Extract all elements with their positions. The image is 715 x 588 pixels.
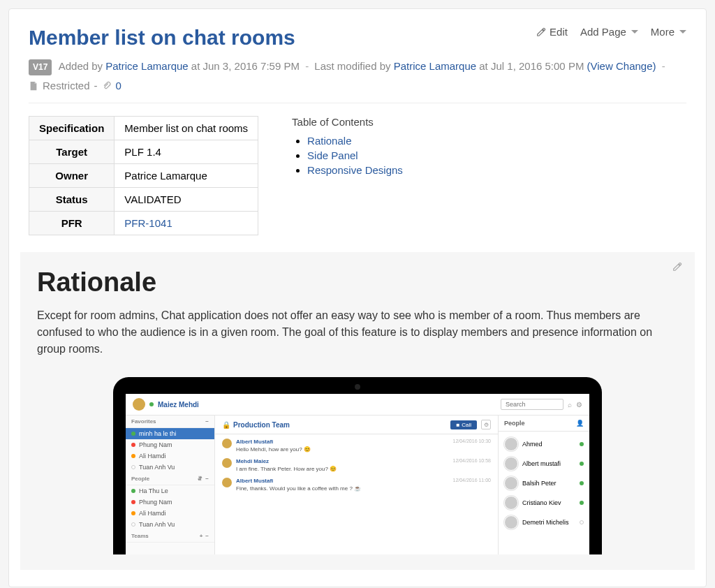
spec-value: Member list on chat rooms (115, 117, 258, 140)
more-action[interactable]: More (651, 26, 686, 38)
avatar (222, 478, 232, 487)
toc-item: Responsive Designs (307, 164, 403, 176)
people-item[interactable]: Ahmed (504, 434, 584, 454)
presence-dot (131, 443, 135, 447)
presence-dot (131, 454, 135, 458)
toc-link[interactable]: Side Panel (307, 149, 358, 161)
table-row: PFRPFR-1041 (29, 212, 258, 235)
avatar (222, 439, 232, 448)
people-item[interactable]: Demetri Michelis (504, 513, 584, 532)
author-link[interactable]: Patrice Lamarque (105, 60, 188, 72)
collapse-icon[interactable]: − (205, 533, 209, 539)
toc: Table of Contents RationaleSide PanelRes… (292, 116, 403, 235)
spec-value: PLF 1.4 (115, 140, 258, 164)
toc-heading: Table of Contents (292, 116, 403, 128)
sidebar-item[interactable]: minh ha le thi (126, 428, 214, 439)
toc-item: Side Panel (307, 149, 403, 161)
spec-key: Target (29, 140, 115, 164)
presence-dot (580, 462, 584, 466)
attachments-count[interactable]: 0 (116, 80, 121, 91)
presence-dot (580, 442, 584, 446)
page-title: Member list on chat rooms (29, 26, 295, 50)
section-heading: Rationale (37, 267, 678, 297)
modifier-link[interactable]: Patrice Lamarque (394, 60, 476, 72)
people-item[interactable]: Cristiano Kiev (504, 493, 584, 513)
chat-message: Albert MustafiFine, thanks. Would you li… (222, 478, 491, 492)
presence-dot (149, 402, 154, 406)
page-actions: Edit Add Page More (536, 26, 686, 38)
edit-icon (672, 262, 682, 272)
people-item[interactable]: Balsih Peter (504, 473, 584, 493)
chat-message: Albert MustafiHello Mehdi, how are you? … (222, 439, 491, 453)
avatar (133, 398, 145, 411)
spec-key: PFR (29, 212, 115, 235)
spec-key: Specification (29, 117, 115, 140)
spec-value: VALIDATED (115, 188, 258, 212)
sidebar-item[interactable]: Phung Nam (126, 497, 214, 508)
gear-icon[interactable]: ⚙ (576, 401, 582, 409)
chat-message: Mehdi MaiezI am fine. Thank Peter. How a… (222, 458, 491, 472)
toc-link[interactable]: Rationale (307, 135, 351, 147)
camera-icon (355, 384, 360, 390)
collapse-icon[interactable]: − (205, 476, 209, 482)
spec-table: SpecificationMember list on chat roomsTa… (29, 116, 258, 235)
spec-key: Owner (29, 164, 115, 188)
video-icon: ■ (456, 422, 459, 428)
add-icon[interactable]: + (200, 533, 203, 539)
mockup-search-input[interactable] (501, 399, 563, 410)
people-item[interactable]: Albert mustafi (504, 454, 584, 473)
attachment-icon (102, 81, 112, 91)
table-row: OwnerPatrice Lamarque (29, 164, 258, 188)
sidebar-item[interactable]: Phung Nam (126, 439, 214, 450)
lock-icon: 🔒 (222, 421, 230, 429)
edit-action[interactable]: Edit (536, 26, 568, 38)
avatar (504, 476, 518, 490)
sidebar-item[interactable]: Ha Thu Le (126, 485, 214, 497)
presence-dot (131, 500, 135, 504)
sidebar-item[interactable]: Ali Hamdi (126, 450, 214, 462)
section-edit-button[interactable] (672, 262, 682, 274)
sidebar-item[interactable]: Tuan Anh Vu (126, 519, 214, 530)
avatar (504, 437, 518, 451)
chevron-down-icon (631, 30, 638, 34)
sidebar-item[interactable]: Ali Hamdi (126, 508, 214, 519)
sort-icon[interactable]: ⇵ (198, 476, 202, 482)
page-icon (29, 81, 38, 91)
view-change-link[interactable]: (View Change) (587, 60, 656, 72)
mockup-device: Maiez Mehdi ⌕ ⚙ Favorites− minh ha le th… (113, 377, 602, 554)
people-toggle-icon[interactable]: 👤 (576, 420, 584, 427)
room-settings-button[interactable]: ⚙ (481, 420, 491, 429)
avatar (504, 515, 518, 529)
presence-dot (580, 520, 584, 524)
presence-dot (580, 481, 584, 485)
table-row: SpecificationMember list on chat rooms (29, 117, 258, 140)
presence-dot (580, 501, 584, 505)
edit-icon (536, 27, 546, 37)
call-button[interactable]: ■Call (450, 420, 477, 429)
search-icon[interactable]: ⌕ (568, 401, 572, 409)
gear-icon: ⚙ (484, 422, 489, 428)
meta-line: V17 Added by Patrice Lamarque at Jun 3, … (29, 58, 686, 75)
avatar (222, 458, 232, 468)
presence-dot (131, 522, 135, 527)
restricted-label: Restricted (43, 80, 90, 91)
mockup-current-user: Maiez Mehdi (133, 398, 199, 411)
spec-key: Status (29, 188, 115, 212)
section-body: Except for room admins, Chat application… (37, 307, 678, 358)
sidebar-item[interactable]: Tuan Anh Vu (126, 462, 214, 473)
presence-dot (131, 432, 135, 436)
avatar (504, 496, 518, 510)
add-page-action[interactable]: Add Page (580, 26, 638, 38)
version-badge: V17 (29, 59, 52, 75)
presence-dot (131, 489, 135, 493)
avatar (504, 457, 518, 471)
table-row: StatusVALIDATED (29, 188, 258, 212)
toc-link[interactable]: Responsive Designs (307, 164, 403, 176)
presence-dot (131, 465, 135, 469)
presence-dot (131, 511, 135, 515)
table-row: TargetPLF 1.4 (29, 140, 258, 164)
spec-value[interactable]: PFR-1041 (115, 212, 258, 235)
toc-item: Rationale (307, 135, 403, 147)
collapse-icon[interactable]: − (205, 418, 209, 425)
chevron-down-icon (679, 30, 686, 34)
